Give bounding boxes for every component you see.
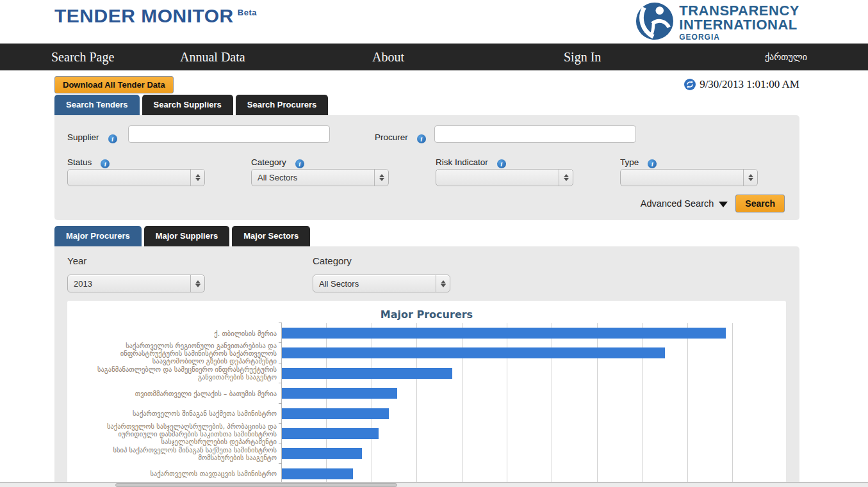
- select-arrows-icon: [743, 170, 757, 186]
- type-info-icon[interactable]: i: [648, 159, 657, 168]
- ti-logo-line1: TRANSPARENCY: [679, 4, 799, 18]
- status-select[interactable]: [67, 169, 205, 186]
- category-select[interactable]: All Sectors: [251, 169, 389, 186]
- major-category-select[interactable]: All Sectors: [313, 275, 450, 292]
- procurer-label-text: Procurer: [375, 132, 408, 142]
- risk-indicator-info-icon[interactable]: i: [497, 159, 506, 168]
- caret-down-icon[interactable]: [719, 202, 728, 207]
- risk-indicator-label-text: Risk Indicator: [436, 157, 488, 167]
- status-info-icon[interactable]: i: [101, 159, 110, 168]
- nav-sign-in[interactable]: Sign In: [564, 44, 601, 70]
- chart-row: თვითმმართველი ქალაქის – ბათუმის მერია: [67, 383, 786, 403]
- tab-search-suppliers[interactable]: Search Suppliers: [142, 95, 233, 115]
- chart-row: სსიპ საქართველოს შინაგან საქმეთა სამინის…: [67, 443, 786, 463]
- chart-plot-area: [281, 404, 777, 424]
- axis-tick: [279, 323, 282, 323]
- year-select[interactable]: 2013: [67, 275, 205, 292]
- chart-category-label: თვითმმართველი ქალაქის – ბათუმის მერია: [67, 390, 281, 397]
- chart-category-label: საგანმანათლებლო და სამეცნიერო ინფრასტრუქ…: [67, 365, 281, 381]
- status-label: Statusi: [67, 157, 110, 168]
- select-arrows-icon: [559, 170, 573, 186]
- axis-tick: [279, 342, 282, 343]
- chart-bar: [282, 347, 665, 358]
- supplier-label: Supplieri: [67, 132, 117, 143]
- nav-about[interactable]: About: [372, 44, 404, 70]
- type-label: Typei: [620, 157, 657, 168]
- major-tabs: Major Procurers Major Suppliers Major Se…: [54, 226, 310, 246]
- type-select[interactable]: [620, 169, 758, 186]
- chart-plot-area: [281, 464, 777, 484]
- tab-search-tenders[interactable]: Search Tenders: [54, 95, 140, 115]
- axis-tick: [279, 383, 282, 383]
- procurer-label: Procureri: [375, 132, 426, 143]
- beta-badge: Beta: [238, 8, 257, 17]
- category-select-value: All Sectors: [252, 173, 374, 182]
- main-nav: Search Page Annual Data About Sign In ქა…: [0, 44, 868, 70]
- chart-row: საგანმანათლებლო და სამეცნიერო ინფრასტრუქ…: [67, 363, 786, 383]
- major-procurers-chart-card: Major Procurers ქ. თბილისის მერიასაქართვ…: [67, 301, 786, 487]
- procurer-info-icon[interactable]: i: [417, 134, 426, 143]
- site-title-text: TENDER MONITOR: [54, 5, 234, 26]
- axis-tick: [279, 423, 282, 424]
- chart-plot-area: [281, 363, 777, 383]
- select-arrows-icon: [190, 275, 204, 292]
- chart-plot-area: [281, 424, 777, 443]
- supplier-label-text: Supplier: [67, 132, 99, 142]
- nav-language-georgian[interactable]: ქართული: [765, 44, 807, 70]
- major-category-select-value: All Sectors: [313, 279, 436, 289]
- download-all-tender-data-button[interactable]: Download All Tender Data: [54, 76, 174, 93]
- chart-row: ქ. თბილისის მერია: [67, 323, 786, 343]
- year-label: Year: [67, 255, 86, 266]
- chart-bar: [282, 408, 389, 419]
- nav-annual-data[interactable]: Annual Data: [180, 44, 245, 70]
- major-category-label: Category: [313, 255, 352, 266]
- refresh-icon[interactable]: [684, 79, 696, 90]
- select-arrows-icon: [190, 170, 204, 186]
- tab-major-sectors[interactable]: Major Sectors: [232, 226, 310, 246]
- search-tabs: Search Tenders Search Suppliers Search P…: [54, 95, 328, 115]
- last-updated: 9/30/2013 1:01:00 AM: [684, 78, 799, 91]
- chart-category-label: სსიპ საქართველოს შინაგან საქმეთა სამინის…: [67, 446, 281, 461]
- chart-bar: [282, 468, 353, 479]
- nav-search-page[interactable]: Search Page: [51, 44, 114, 70]
- status-label-text: Status: [67, 157, 92, 167]
- timestamp: 9/30/2013 1:01:00 AM: [700, 78, 799, 91]
- chart-category-label: საქართველოს რეგიონული განვითარებისა და ი…: [67, 342, 281, 365]
- ti-logo-line2: INTERNATIONAL: [679, 18, 799, 32]
- horizontal-scrollbar[interactable]: [0, 482, 868, 487]
- chart-row: საქართველოს თავდაცვის სამინისტრო: [67, 464, 786, 484]
- tab-major-suppliers[interactable]: Major Suppliers: [144, 226, 230, 246]
- ti-globe-icon: [635, 1, 675, 41]
- advanced-search-link[interactable]: Advanced Search: [641, 198, 714, 209]
- axis-tick: [279, 463, 282, 464]
- supplier-info-icon[interactable]: i: [108, 134, 117, 143]
- advanced-search-row: Advanced Search Search: [641, 195, 785, 212]
- chart-row: საქართველოს შინაგან საქმეთა სამინისტრო: [67, 404, 786, 424]
- major-procurers-bar-chart: ქ. თბილისის მერიასაქართველოს რეგიონული გ…: [67, 323, 786, 484]
- category-info-icon[interactable]: i: [295, 159, 304, 168]
- chart-row: საქართველოს რეგიონული განვითარებისა და ი…: [67, 343, 786, 363]
- chart-plot-area: [281, 323, 777, 343]
- search-form-panel: Supplieri Procureri Statusi Categoryi Al…: [54, 115, 799, 220]
- risk-indicator-select[interactable]: [436, 169, 573, 186]
- chart-category-label: საქართველოს სასჯელაღსრულების, პრობაციისა…: [67, 422, 281, 445]
- chart-bar: [282, 388, 397, 399]
- axis-tick: [279, 363, 282, 363]
- supplier-input[interactable]: [128, 125, 330, 143]
- risk-indicator-label: Risk Indicatori: [436, 157, 506, 168]
- search-button[interactable]: Search: [735, 195, 785, 212]
- ti-logo-line3: GEORGIA: [679, 33, 799, 41]
- chart-title: Major Procurers: [67, 301, 786, 321]
- chart-plot-area: [281, 443, 777, 463]
- transparency-international-logo: TRANSPARENCY INTERNATIONAL GEORGIA: [635, 1, 799, 41]
- chart-category-label: საქართველოს თავდაცვის სამინისტრო: [67, 470, 281, 477]
- procurer-input[interactable]: [434, 125, 636, 143]
- chart-plot-area: [281, 383, 777, 403]
- chart-plot-area: [281, 343, 777, 363]
- horizontal-scrollbar-thumb[interactable]: [115, 483, 397, 487]
- tab-search-procurers[interactable]: Search Procurers: [236, 95, 328, 115]
- select-arrows-icon: [374, 170, 388, 186]
- tab-major-procurers[interactable]: Major Procurers: [54, 226, 142, 246]
- page: TENDER MONITORBeta TRANSPARENCY INTERNAT…: [0, 0, 868, 487]
- category-label: Categoryi: [251, 157, 304, 168]
